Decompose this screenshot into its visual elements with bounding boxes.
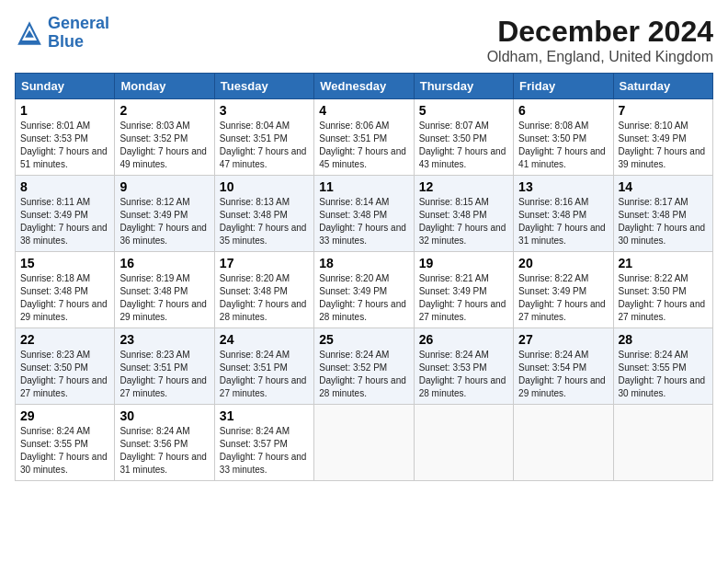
day-info: Sunrise: 8:24 AMSunset: 3:55 PMDaylight:… [619, 349, 708, 400]
logo: General Blue [15, 15, 109, 52]
weekday-header-wednesday: Wednesday [314, 74, 414, 99]
week-row-5: 29Sunrise: 8:24 AMSunset: 3:55 PMDayligh… [16, 405, 713, 481]
day-number: 2 [119, 103, 209, 118]
calendar-cell: 4Sunrise: 8:06 AMSunset: 3:51 PMDaylight… [314, 99, 414, 176]
day-number: 15 [20, 256, 109, 270]
calendar-cell: 3Sunrise: 8:04 AMSunset: 3:51 PMDaylight… [214, 99, 313, 176]
week-row-3: 15Sunrise: 8:18 AMSunset: 3:48 PMDayligh… [16, 252, 713, 328]
day-info: Sunrise: 8:22 AMSunset: 3:50 PMDaylight:… [619, 272, 708, 324]
day-info: Sunrise: 8:23 AMSunset: 3:51 PMDaylight:… [119, 349, 209, 400]
day-info: Sunrise: 8:22 AMSunset: 3:49 PMDaylight:… [518, 272, 608, 324]
calendar-cell: 28Sunrise: 8:24 AMSunset: 3:55 PMDayligh… [613, 328, 712, 405]
day-number: 29 [20, 408, 109, 423]
day-info: Sunrise: 8:01 AMSunset: 3:53 PMDaylight:… [20, 120, 109, 171]
day-number: 11 [319, 179, 408, 194]
weekday-header-thursday: Thursday [414, 74, 513, 99]
calendar-cell: 14Sunrise: 8:17 AMSunset: 3:48 PMDayligh… [613, 176, 712, 252]
day-info: Sunrise: 8:18 AMSunset: 3:48 PMDaylight:… [20, 272, 109, 324]
day-info: Sunrise: 8:07 AMSunset: 3:50 PMDaylight:… [419, 120, 508, 171]
calendar-cell: 15Sunrise: 8:18 AMSunset: 3:48 PMDayligh… [16, 252, 115, 328]
weekday-header-tuesday: Tuesday [214, 74, 313, 99]
calendar-cell: 31Sunrise: 8:24 AMSunset: 3:57 PMDayligh… [214, 405, 313, 481]
calendar-cell: 17Sunrise: 8:20 AMSunset: 3:48 PMDayligh… [214, 252, 313, 328]
week-row-4: 22Sunrise: 8:23 AMSunset: 3:50 PMDayligh… [16, 328, 713, 405]
day-number: 10 [220, 179, 309, 194]
calendar-cell: 21Sunrise: 8:22 AMSunset: 3:50 PMDayligh… [613, 252, 712, 328]
title-block: December 2024 Oldham, England, United Ki… [487, 15, 713, 65]
day-info: Sunrise: 8:20 AMSunset: 3:48 PMDaylight:… [220, 272, 309, 324]
day-info: Sunrise: 8:03 AMSunset: 3:52 PMDaylight:… [119, 120, 209, 171]
weekday-header-saturday: Saturday [613, 74, 712, 99]
day-number: 22 [20, 332, 109, 347]
day-number: 16 [119, 256, 209, 270]
day-number: 5 [419, 103, 508, 118]
logo-text: General Blue [48, 15, 109, 52]
day-number: 31 [220, 408, 309, 423]
day-info: Sunrise: 8:10 AMSunset: 3:49 PMDaylight:… [619, 120, 708, 171]
day-number: 25 [319, 332, 408, 347]
day-info: Sunrise: 8:24 AMSunset: 3:57 PMDaylight:… [220, 425, 309, 477]
day-info: Sunrise: 8:17 AMSunset: 3:48 PMDaylight:… [619, 196, 708, 247]
day-number: 26 [419, 332, 508, 347]
day-number: 21 [619, 256, 708, 270]
day-info: Sunrise: 8:20 AMSunset: 3:49 PMDaylight:… [319, 272, 408, 324]
day-info: Sunrise: 8:14 AMSunset: 3:48 PMDaylight:… [319, 196, 408, 247]
calendar-cell: 18Sunrise: 8:20 AMSunset: 3:49 PMDayligh… [314, 252, 414, 328]
calendar-cell: 26Sunrise: 8:24 AMSunset: 3:53 PMDayligh… [414, 328, 513, 405]
calendar-cell: 22Sunrise: 8:23 AMSunset: 3:50 PMDayligh… [16, 328, 115, 405]
day-info: Sunrise: 8:24 AMSunset: 3:51 PMDaylight:… [220, 349, 309, 400]
day-number: 24 [220, 332, 309, 347]
day-info: Sunrise: 8:19 AMSunset: 3:48 PMDaylight:… [119, 272, 209, 324]
calendar-cell: 24Sunrise: 8:24 AMSunset: 3:51 PMDayligh… [214, 328, 313, 405]
day-number: 12 [419, 179, 508, 194]
calendar-cell: 13Sunrise: 8:16 AMSunset: 3:48 PMDayligh… [514, 176, 613, 252]
day-number: 6 [518, 103, 608, 118]
calendar-cell: 8Sunrise: 8:11 AMSunset: 3:49 PMDaylight… [16, 176, 115, 252]
calendar-cell: 30Sunrise: 8:24 AMSunset: 3:56 PMDayligh… [115, 405, 214, 481]
day-number: 17 [220, 256, 309, 270]
calendar-cell: 7Sunrise: 8:10 AMSunset: 3:49 PMDaylight… [613, 99, 712, 176]
day-info: Sunrise: 8:11 AMSunset: 3:49 PMDaylight:… [20, 196, 109, 247]
page-title: December 2024 [487, 15, 713, 49]
calendar-cell: 2Sunrise: 8:03 AMSunset: 3:52 PMDaylight… [115, 99, 214, 176]
day-info: Sunrise: 8:12 AMSunset: 3:49 PMDaylight:… [119, 196, 209, 247]
calendar-cell: 23Sunrise: 8:23 AMSunset: 3:51 PMDayligh… [115, 328, 214, 405]
calendar-cell: 10Sunrise: 8:13 AMSunset: 3:48 PMDayligh… [214, 176, 313, 252]
day-number: 20 [518, 256, 608, 270]
weekday-header-friday: Friday [514, 74, 613, 99]
weekday-header-monday: Monday [115, 74, 214, 99]
day-info: Sunrise: 8:13 AMSunset: 3:48 PMDaylight:… [220, 196, 309, 247]
day-info: Sunrise: 8:06 AMSunset: 3:51 PMDaylight:… [319, 120, 408, 171]
logo-icon [15, 18, 44, 48]
day-info: Sunrise: 8:15 AMSunset: 3:48 PMDaylight:… [419, 196, 508, 247]
day-number: 23 [119, 332, 209, 347]
day-info: Sunrise: 8:24 AMSunset: 3:52 PMDaylight:… [319, 349, 408, 400]
day-number: 9 [119, 179, 209, 194]
day-number: 4 [319, 103, 408, 118]
calendar-cell [514, 405, 613, 481]
calendar-cell: 11Sunrise: 8:14 AMSunset: 3:48 PMDayligh… [314, 176, 414, 252]
day-number: 3 [220, 103, 309, 118]
calendar-cell: 27Sunrise: 8:24 AMSunset: 3:54 PMDayligh… [514, 328, 613, 405]
calendar-cell: 6Sunrise: 8:08 AMSunset: 3:50 PMDaylight… [514, 99, 613, 176]
day-info: Sunrise: 8:24 AMSunset: 3:53 PMDaylight:… [419, 349, 508, 400]
page-subtitle: Oldham, England, United Kingdom [487, 49, 713, 65]
calendar-cell: 20Sunrise: 8:22 AMSunset: 3:49 PMDayligh… [514, 252, 613, 328]
day-number: 1 [20, 103, 109, 118]
weekday-header-sunday: Sunday [16, 74, 115, 99]
week-row-2: 8Sunrise: 8:11 AMSunset: 3:49 PMDaylight… [16, 176, 713, 252]
day-number: 8 [20, 179, 109, 194]
day-number: 13 [518, 179, 608, 194]
day-info: Sunrise: 8:08 AMSunset: 3:50 PMDaylight:… [518, 120, 608, 171]
calendar-cell: 1Sunrise: 8:01 AMSunset: 3:53 PMDaylight… [16, 99, 115, 176]
day-number: 7 [619, 103, 708, 118]
weekday-header-row: SundayMondayTuesdayWednesdayThursdayFrid… [16, 74, 713, 99]
calendar-cell: 16Sunrise: 8:19 AMSunset: 3:48 PMDayligh… [115, 252, 214, 328]
calendar-cell: 5Sunrise: 8:07 AMSunset: 3:50 PMDaylight… [414, 99, 513, 176]
page-header: General Blue December 2024 Oldham, Engla… [15, 15, 713, 65]
calendar-cell: 25Sunrise: 8:24 AMSunset: 3:52 PMDayligh… [314, 328, 414, 405]
day-info: Sunrise: 8:23 AMSunset: 3:50 PMDaylight:… [20, 349, 109, 400]
day-info: Sunrise: 8:24 AMSunset: 3:56 PMDaylight:… [119, 425, 209, 477]
calendar-cell [414, 405, 513, 481]
day-info: Sunrise: 8:24 AMSunset: 3:55 PMDaylight:… [20, 425, 109, 477]
